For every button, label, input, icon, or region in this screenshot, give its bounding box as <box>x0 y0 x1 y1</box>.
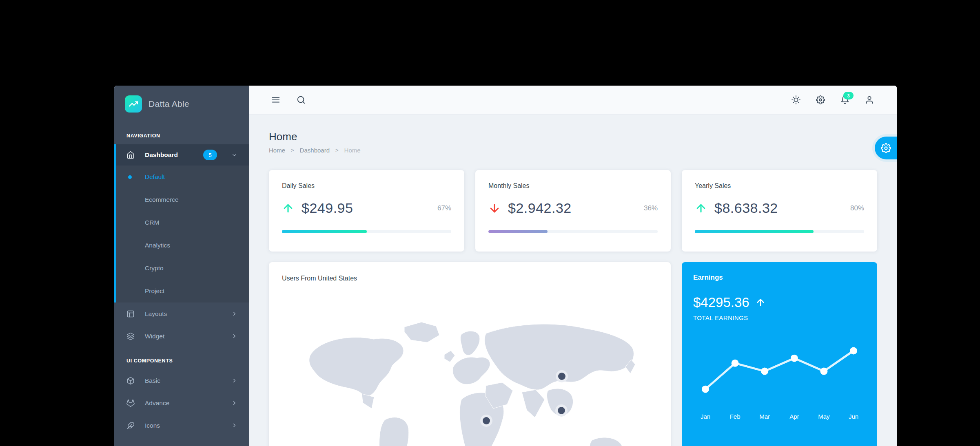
users-map-card: Users From United States <box>269 262 671 446</box>
feather-icon <box>126 422 135 430</box>
sidebar-item-default[interactable]: Default <box>116 166 249 188</box>
map-uk <box>444 351 455 362</box>
sidebar-item-label: Basic <box>145 377 221 384</box>
map-australia <box>590 437 623 446</box>
brand[interactable]: Datta Able <box>114 86 249 122</box>
sidebar-item-analytics[interactable]: Analytics <box>116 234 249 257</box>
app-window: Datta Able NAVIGATION Dashboard 5 Defaul… <box>114 86 897 446</box>
breadcrumb-dashboard[interactable]: Dashboard <box>300 147 330 154</box>
map-marker[interactable] <box>556 370 568 382</box>
trending-up-icon <box>125 95 142 113</box>
nav-section-label-navigation: NAVIGATION <box>114 122 249 144</box>
card-percent: 67% <box>437 204 451 212</box>
settings-icon[interactable] <box>816 95 825 104</box>
bell-icon[interactable]: 3 <box>840 95 849 104</box>
card-value: $249.95 <box>302 200 353 216</box>
svg-text:May: May <box>818 413 830 420</box>
map-europe <box>452 357 490 384</box>
yearly-sales-card: Yearly Sales $8.638.32 80% <box>682 170 877 252</box>
world-map <box>269 295 671 446</box>
sidebar-item-label: Widget <box>145 333 221 340</box>
second-row: Users From United States <box>269 262 877 446</box>
map-india <box>522 390 545 417</box>
sidebar-item-project[interactable]: Project <box>116 280 249 302</box>
arrow-up-icon <box>695 202 707 214</box>
map-greenland <box>404 322 439 342</box>
progress-fill <box>695 230 814 233</box>
config-fab-button[interactable] <box>875 137 897 159</box>
layout-icon <box>126 310 135 318</box>
map-central-america <box>362 394 374 408</box>
card-value: $2.942.32 <box>508 200 572 216</box>
earnings-title: Earnings <box>693 274 866 282</box>
breadcrumb: Home > Dashboard > Home <box>269 147 877 154</box>
menu-icon[interactable] <box>271 95 280 104</box>
progress-fill <box>488 230 548 233</box>
map-north-america <box>309 338 404 397</box>
breadcrumb-home[interactable]: Home <box>269 147 285 154</box>
progress-bar <box>282 230 451 233</box>
map-card-title: Users From United States <box>269 262 671 295</box>
svg-text:Jun: Jun <box>849 413 858 420</box>
svg-text:Feb: Feb <box>730 413 741 420</box>
sidebar-item-layouts[interactable]: Layouts <box>114 302 249 325</box>
arrow-up-icon <box>755 297 766 308</box>
sidebar-item-label: Dashboard <box>145 151 193 159</box>
breadcrumb-separator: > <box>291 147 294 153</box>
sidebar-item-advance[interactable]: Advance <box>114 392 249 414</box>
notification-badge: 3 <box>843 92 854 99</box>
sidebar-item-icons[interactable]: Icons <box>114 414 249 437</box>
gitlab-icon <box>126 399 135 407</box>
sidebar-item-crypto[interactable]: Crypto <box>116 257 249 280</box>
card-value: $8.638.32 <box>714 200 778 216</box>
chevron-right-icon <box>231 333 237 339</box>
map-marker[interactable] <box>555 404 568 417</box>
sidebar-item-widget[interactable]: Widget <box>114 325 249 347</box>
map-marker[interactable] <box>480 415 492 427</box>
chevron-right-icon <box>231 422 237 428</box>
search-icon[interactable] <box>297 95 306 104</box>
sidebar-item-label: Icons <box>145 422 221 429</box>
sidebar-item-dashboard[interactable]: Dashboard 5 <box>116 144 249 166</box>
daily-sales-card: Daily Sales $249.95 67% <box>269 170 464 252</box>
card-percent: 80% <box>850 204 864 212</box>
page-title: Home <box>269 130 877 143</box>
chevron-right-icon <box>231 311 237 317</box>
sun-icon[interactable] <box>792 95 800 104</box>
sidebar-item-label: Advance <box>145 400 221 407</box>
svg-text:Apr: Apr <box>789 413 799 420</box>
card-title: Monthly Sales <box>488 182 658 190</box>
dashboard-submenu: Default Ecommerce CRM Analytics Crypto P… <box>116 166 249 302</box>
earnings-line-chart: JanFebMarAprMayJun <box>693 327 866 429</box>
earnings-card: Earnings $4295.36 TOTAL EARNINGS JanFebM… <box>682 262 877 446</box>
topbar: 3 <box>249 86 897 114</box>
breadcrumb-current: Home <box>344 147 361 154</box>
page-content: Home Home > Dashboard > Home Daily Sales… <box>249 114 897 446</box>
stat-cards-row: Daily Sales $249.95 67% Monthly Sales <box>269 170 877 252</box>
sidebar-item-label: Layouts <box>145 310 221 318</box>
card-title: Yearly Sales <box>695 182 864 190</box>
home-icon <box>126 151 135 159</box>
sidebar-item-basic[interactable]: Basic <box>114 369 249 392</box>
arrow-down-icon <box>488 202 501 214</box>
sidebar-item-crm[interactable]: CRM <box>116 211 249 234</box>
earnings-subtitle: TOTAL EARNINGS <box>693 314 866 321</box>
map-scandinavia <box>460 331 479 355</box>
box-icon <box>126 377 135 385</box>
svg-text:Mar: Mar <box>759 413 770 420</box>
user-icon[interactable] <box>865 95 874 104</box>
gear-icon <box>881 143 891 153</box>
monthly-sales-card: Monthly Sales $2.942.32 36% <box>475 170 671 252</box>
nav-group-dashboard: Dashboard 5 Default Ecommerce CRM Analyt… <box>114 144 249 302</box>
progress-bar <box>488 230 658 233</box>
dashboard-count-badge: 5 <box>203 150 217 160</box>
breadcrumb-separator: > <box>335 147 339 153</box>
svg-text:Jan: Jan <box>701 413 710 420</box>
map-south-america <box>379 417 409 446</box>
arrow-up-icon <box>282 202 294 214</box>
sidebar-item-ecommerce[interactable]: Ecommerce <box>116 188 249 211</box>
progress-fill <box>282 230 367 233</box>
nav-section-label-ui-components: UI COMPONENTS <box>114 347 249 369</box>
progress-bar <box>695 230 864 233</box>
card-percent: 36% <box>644 204 658 212</box>
